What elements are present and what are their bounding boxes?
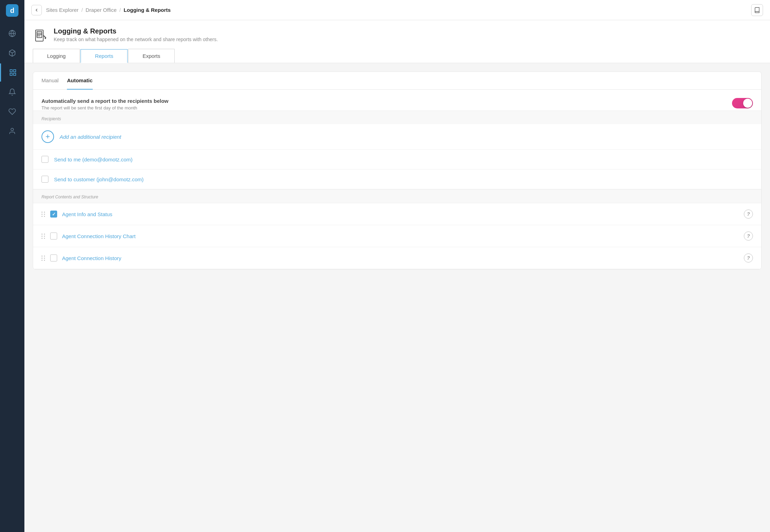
sidebar-item-globe[interactable]	[0, 24, 24, 43]
logging-icon	[33, 28, 48, 43]
svg-rect-5	[13, 73, 15, 75]
send-to-customer-row: Send to customer (john@domotz.com)	[33, 169, 761, 189]
send-to-customer-checkbox[interactable]	[41, 176, 48, 183]
add-recipient-button[interactable]: +	[41, 130, 54, 143]
tab-bar: Logging Reports Exports	[33, 49, 762, 63]
send-to-customer-label: Send to customer (john@domotz.com)	[54, 176, 144, 182]
sub-tab-automatic[interactable]: Automatic	[67, 72, 92, 90]
connection-chart-checkbox[interactable]	[50, 233, 57, 240]
agent-info-checkbox[interactable]	[50, 211, 57, 218]
sidebar-item-cube[interactable]	[0, 44, 24, 62]
sidebar-item-dashboard[interactable]	[0, 63, 24, 82]
drag-handle-connection-history[interactable]	[41, 256, 45, 261]
recipients-list: + Add an additional recipient Send to me…	[33, 124, 761, 189]
send-to-me-checkbox[interactable]	[41, 156, 48, 163]
svg-rect-3	[10, 70, 12, 72]
connection-history-label: Agent Connection History	[62, 255, 739, 261]
sidebar-item-notifications[interactable]	[0, 83, 24, 101]
auto-section: Automatically send a report to the recip…	[33, 90, 761, 111]
add-recipient-label: Add an additional recipient	[60, 134, 121, 140]
agent-info-label: Agent Info and Status	[62, 211, 739, 217]
auto-subtitle: The report will be sent the first day of…	[41, 105, 168, 111]
back-button[interactable]	[31, 5, 42, 15]
report-items-list: Agent Info and Status ? Agent Connection…	[33, 203, 761, 269]
plus-icon: +	[46, 132, 50, 141]
breadcrumb-sep-2: /	[119, 7, 121, 13]
tab-logging[interactable]: Logging	[33, 49, 80, 63]
auto-title: Automatically send a report to the recip…	[41, 98, 168, 104]
main-area: Sites Explorer / Draper Office / Logging…	[24, 0, 770, 532]
sidebar-nav	[0, 21, 24, 140]
toggle-knob	[743, 99, 752, 108]
send-to-me-label: Send to me (demo@domotz.com)	[54, 157, 132, 162]
svg-rect-4	[13, 70, 15, 72]
drag-handle-agent-info[interactable]	[41, 212, 45, 217]
page-header-text: Logging & Reports Keep track on what hap…	[54, 27, 218, 42]
breadcrumb-sites[interactable]: Sites Explorer	[46, 7, 78, 13]
inner-content: Manual Automatic Automatically send a re…	[24, 63, 770, 278]
auto-toggle[interactable]	[732, 98, 753, 108]
svg-point-7	[11, 128, 13, 131]
page-content: Logging & Reports Keep track on what hap…	[24, 20, 770, 532]
sidebar-item-user[interactable]	[0, 122, 24, 140]
page-subtitle: Keep track on what happened on the netwo…	[54, 37, 218, 42]
connection-chart-label: Agent Connection History Chart	[62, 233, 739, 239]
main-card: Manual Automatic Automatically send a re…	[33, 71, 762, 269]
breadcrumb-current: Logging & Reports	[124, 7, 171, 13]
logo-letter: d	[6, 4, 18, 17]
breadcrumb-office[interactable]: Draper Office	[86, 7, 117, 13]
topbar: Sites Explorer / Draper Office / Logging…	[24, 0, 770, 20]
sidebar-logo: d	[0, 0, 24, 21]
report-item-connection-history: Agent Connection History ?	[33, 247, 761, 269]
connection-chart-help-button[interactable]: ?	[744, 231, 753, 241]
agent-info-help-button[interactable]: ?	[744, 210, 753, 219]
tab-exports[interactable]: Exports	[128, 49, 175, 63]
sidebar-item-plugin[interactable]	[0, 102, 24, 121]
sub-tab-bar: Manual Automatic	[33, 72, 761, 90]
page-header: Logging & Reports Keep track on what hap…	[24, 20, 770, 63]
send-to-me-row: Send to me (demo@domotz.com)	[33, 150, 761, 169]
report-contents-label: Report Contents and Structure	[33, 189, 761, 203]
connection-history-checkbox[interactable]	[50, 254, 57, 261]
breadcrumb: Sites Explorer / Draper Office / Logging…	[46, 7, 171, 13]
auto-header-text: Automatically send a report to the recip…	[41, 98, 168, 111]
connection-history-help-button[interactable]: ?	[744, 253, 753, 263]
page-title: Logging & Reports	[54, 27, 218, 35]
tab-reports[interactable]: Reports	[81, 49, 128, 63]
svg-rect-6	[10, 73, 12, 75]
svg-point-11	[45, 38, 46, 39]
breadcrumb-sep-1: /	[81, 7, 83, 13]
svg-line-10	[44, 36, 46, 38]
sub-tab-manual[interactable]: Manual	[41, 72, 59, 90]
book-icon[interactable]	[751, 4, 763, 16]
recipients-label: Recipients	[33, 111, 761, 124]
add-recipient-row: + Add an additional recipient	[33, 124, 761, 150]
drag-handle-connection-chart[interactable]	[41, 234, 45, 239]
report-item-agent-info: Agent Info and Status ?	[33, 203, 761, 225]
sidebar: d	[0, 0, 24, 532]
report-item-connection-chart: Agent Connection History Chart ?	[33, 225, 761, 247]
